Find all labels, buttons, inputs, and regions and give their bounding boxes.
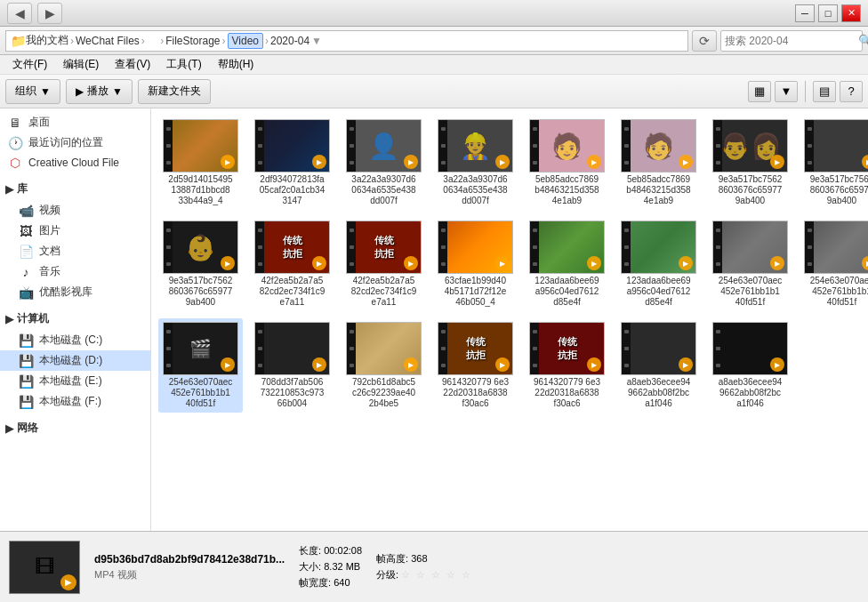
file-name-f3: 3a22a3a9307d60634a6535e438dd007f — [351, 174, 415, 206]
sidebar-item-youku[interactable]: 📺 优酷影视库 — [0, 282, 150, 302]
play-overlay-f22: ▶ — [679, 357, 693, 372]
play-overlay-f10: ▶ — [312, 256, 326, 270]
breadcrumb-item-1[interactable]: 我的文档 — [26, 33, 68, 48]
sidebar-item-video[interactable]: 📹 视频 — [0, 200, 150, 221]
file-item-f8[interactable]: ▶ 9e3a517bc75628603676c659779ab400 — [800, 116, 868, 210]
preview-play-icon: ▶ — [60, 574, 76, 590]
menu-tools[interactable]: 工具(T) — [159, 55, 208, 74]
address-bar: 📁 我的文档 › WeChat Files › › FileStorage › … — [0, 27, 868, 55]
breadcrumb-item-4[interactable]: FileStorage — [165, 35, 220, 47]
file-item-f12[interactable]: ▶ 63cfae1b99d404b5171d72f12e46b050_4 — [433, 217, 518, 311]
sidebar-item-recent[interactable]: 🕐 最近访问的位置 — [0, 132, 150, 153]
file-item-f20[interactable]: 传统抗拒 ▶ 9614320779 6e322d20318a6838f30ac6 — [433, 318, 518, 413]
fps-row: 帧高度: 368 — [376, 552, 472, 566]
play-overlay-f7: ▶ — [770, 155, 784, 169]
view-large-icons[interactable]: ▦ — [748, 81, 771, 102]
new-folder-button[interactable]: 新建文件夹 — [138, 79, 211, 104]
fps-label: 帧高度: — [376, 553, 408, 564]
file-item-f19[interactable]: ▶ 792cb61d8abc5c26c92239ae402b4be5 — [342, 318, 426, 413]
drive-f-icon: 💾 — [18, 395, 34, 409]
file-item-f21[interactable]: 传统抗拒 ▶ 9614320779 6e322d20318a6838f30ac6 — [525, 318, 609, 413]
file-item-f16[interactable]: ▶ 254e63e070aec452e761bb1b140fd51f — [800, 217, 868, 311]
file-item-f7[interactable]: 👨‍👩 ▶ 9e3a517bc75628603676c659779ab400 — [708, 116, 792, 210]
duration-row: 长度: 00:02:08 — [299, 544, 362, 558]
sidebar-item-creative-cloud[interactable]: ⬡ Creative Cloud File — [0, 153, 150, 173]
file-name-f16: 254e63e070aec452e761bb1b140fd51f — [810, 276, 868, 308]
minimize-button[interactable]: ─ — [795, 4, 815, 22]
computer-expand-icon: ▶ — [5, 313, 13, 325]
file-item-f17[interactable]: 🎬 ▶ 254e63e070aec452e761bb1b140fd51f — [158, 318, 243, 413]
forward-button[interactable]: ▶ — [37, 3, 62, 24]
file-item-f6[interactable]: 🧑 ▶ 5eb85adcc7869b48463215d3584e1ab9 — [616, 116, 701, 210]
file-item-f23[interactable]: ▶ a8aeb36ecee949662abb08f2bca1f046 — [708, 318, 792, 413]
file-meta-right: 帧高度: 368 分级: ☆ ☆ ☆ ☆ ☆ — [376, 552, 472, 582]
sidebar-item-pictures[interactable]: 🖼 图片 — [0, 221, 150, 241]
breadcrumb-item-2[interactable]: WeChat Files — [76, 35, 140, 47]
sidebar-label-library: 库 — [17, 181, 28, 197]
file-name-f17: 254e63e070aec452e761bb1b140fd51f — [169, 377, 233, 409]
menu-view[interactable]: 查看(V) — [108, 55, 157, 74]
sidebar-item-desktop[interactable]: 🖥 桌面 — [0, 112, 150, 132]
file-item-f18[interactable]: ▶ 708dd3f7ab506732210853c97366b004 — [250, 318, 334, 413]
file-item-f22[interactable]: ▶ a8aeb36ecee949662abb08f2bca1f046 — [616, 318, 701, 413]
menu-edit[interactable]: 编辑(E) — [56, 55, 106, 74]
sidebar-section-network[interactable]: ▶ 网络 — [0, 417, 150, 439]
toolbar: 组织 ▼ ▶ 播放 ▼ 新建文件夹 ▦ ▼ ▤ ? — [0, 75, 868, 108]
file-item-f4[interactable]: 👷 ▶ 3a22a3a9307d60634a6535e438dd007f — [433, 116, 518, 210]
sidebar-item-drive-c[interactable]: 💾 本地磁盘 (C:) — [0, 330, 150, 350]
file-item-f15[interactable]: ▶ 254e63e070aec452e761bb1b140fd51f — [708, 217, 792, 311]
play-overlay-f23: ▶ — [770, 357, 784, 372]
play-overlay-f13: ▶ — [587, 256, 601, 270]
back-button[interactable]: ◀ — [7, 3, 32, 24]
sidebar-label-recent: 最近访问的位置 — [28, 135, 103, 150]
file-item-f11[interactable]: 传统抗拒 ▶ 42f2ea5b2a7a582cd2ec734f1c9e7a11 — [342, 217, 426, 311]
sidebar-item-drive-d[interactable]: 💾 本地磁盘 (D:) — [0, 350, 150, 371]
file-item-f14[interactable]: ▶ 123adaa6bee69a956c04ed7612d85e4f — [616, 217, 701, 311]
desktop-icon: 🖥 — [7, 116, 23, 130]
sidebar-section-computer[interactable]: ▶ 计算机 — [0, 308, 150, 330]
breadcrumb-bar[interactable]: 📁 我的文档 › WeChat Files › › FileStorage › … — [5, 30, 688, 52]
menu-bar: 文件(F) 编辑(E) 查看(V) 工具(T) 帮助(H) — [0, 55, 868, 75]
sidebar-item-documents[interactable]: 📄 文档 — [0, 241, 150, 261]
thumb-f1: ▶ — [163, 119, 238, 173]
rating-stars[interactable]: ☆ ☆ ☆ ☆ ☆ — [401, 569, 472, 580]
sidebar-item-drive-e[interactable]: 💾 本地磁盘 (E:) — [0, 371, 150, 391]
close-button[interactable]: ✕ — [841, 4, 861, 22]
help-button[interactable]: ? — [840, 81, 863, 102]
play-overlay-f17: ▶ — [221, 357, 235, 372]
file-item-f3[interactable]: 👤 ▶ 3a22a3a9307d60634a6535e438dd007f — [342, 116, 426, 210]
maximize-button[interactable]: □ — [818, 4, 838, 22]
play-button[interactable]: ▶ 播放 ▼ — [66, 79, 133, 104]
thumb-f6: 🧑 ▶ — [621, 119, 696, 173]
search-input[interactable] — [725, 35, 858, 47]
file-item-f9[interactable]: 👶 ▶ 9e3a517bc75628603676c659779ab400 — [158, 217, 243, 311]
breadcrumb-item-6[interactable]: 2020-04 — [270, 35, 309, 47]
youku-icon: 📺 — [18, 285, 34, 300]
organize-button[interactable]: 组织 ▼ — [5, 79, 60, 104]
refresh-button[interactable]: ⟳ — [692, 30, 717, 52]
width-value: 640 — [334, 577, 350, 588]
breadcrumb-item-3[interactable] — [147, 35, 158, 47]
breadcrumb-item-5[interactable]: Video — [228, 33, 263, 49]
file-item-f10[interactable]: 传统抗拒 ▶ 42f2ea5b2a7a582cd2ec734f1c9e7a11 — [250, 217, 334, 311]
sidebar-label-video: 视频 — [39, 203, 60, 218]
menu-file[interactable]: 文件(F) — [5, 55, 54, 74]
file-item-f5[interactable]: 🧑 ▶ 5eb85adcc7869b48463215d3584e1ab9 — [525, 116, 609, 210]
preview-pane-toggle[interactable]: ▤ — [813, 81, 836, 102]
sidebar-item-music[interactable]: ♪ 音乐 — [0, 261, 150, 282]
documents-icon: 📄 — [18, 245, 34, 259]
sidebar-label-music: 音乐 — [39, 264, 60, 279]
menu-help[interactable]: 帮助(H) — [211, 55, 261, 74]
play-overlay-f21: ▶ — [587, 357, 601, 372]
play-overlay-f9: ▶ — [221, 256, 235, 270]
file-item-f2[interactable]: ▶ 2df934072813fa05caf2c0a1cb343147 — [250, 116, 334, 210]
search-box[interactable]: 🔍 — [720, 30, 863, 52]
file-item-f1[interactable]: ▶ 2d59d1401549513887d1bbcd833b44a9_4 — [158, 116, 243, 210]
sidebar-item-drive-f[interactable]: 💾 本地磁盘 (F:) — [0, 391, 150, 412]
file-name-f12: 63cfae1b99d404b5171d72f12e46b050_4 — [445, 276, 507, 308]
sidebar-section-library[interactable]: ▶ 库 — [0, 178, 150, 200]
file-item-f13[interactable]: ▶ 123adaa6bee69a956c04ed7612d85e4f — [525, 217, 609, 311]
play-overlay-f15: ▶ — [770, 256, 784, 270]
duration-value: 00:02:08 — [324, 545, 362, 556]
view-dropdown[interactable]: ▼ — [775, 81, 798, 102]
